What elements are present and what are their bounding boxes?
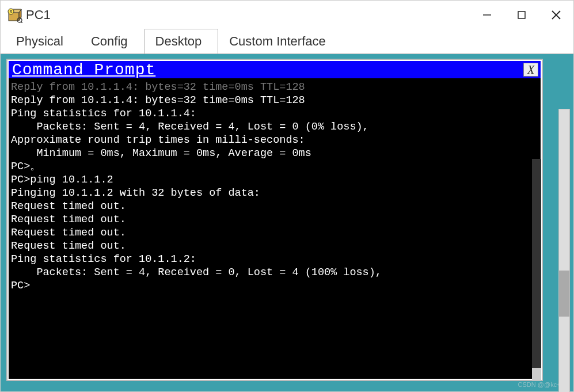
terminal-scroll-thumb[interactable] <box>532 368 541 380</box>
terminal-line: Packets: Sent = 4, Received = 4, Lost = … <box>11 120 538 134</box>
terminal-line: Request timed out. <box>11 200 538 213</box>
close-button[interactable] <box>539 1 573 29</box>
terminal-line: Ping statistics for 10.1.1.4: <box>11 107 538 120</box>
close-icon <box>551 10 561 20</box>
terminal-line: PC>ping 10.1.1.2 <box>11 173 538 187</box>
command-prompt-window: Command Prompt X Reply from 10.1.1.4: by… <box>6 59 543 381</box>
tab-strip: Physical Config Desktop Custom Interface <box>1 29 573 54</box>
terminal-line: PC>。 <box>11 160 538 173</box>
minimize-icon <box>482 10 492 20</box>
app-icon: S <box>6 7 22 23</box>
window-title: PC1 <box>26 7 470 22</box>
terminal-line: Request timed out. <box>11 213 538 226</box>
svg-rect-8 <box>518 12 525 18</box>
terminal-line: Minimum = 0ms, Maximum = 0ms, Average = … <box>11 147 538 160</box>
desktop-content: Command Prompt X Reply from 10.1.1.4: by… <box>1 54 573 391</box>
command-prompt-close-button[interactable]: X <box>523 63 538 77</box>
terminal-line: Request timed out. <box>11 226 538 239</box>
terminal-line: Ping statistics for 10.1.1.2: <box>11 253 538 266</box>
tab-config[interactable]: Config <box>80 29 145 54</box>
minimize-button[interactable] <box>470 1 504 29</box>
content-scroll-thumb[interactable] <box>559 271 569 317</box>
command-prompt-titlebar: Command Prompt X <box>9 61 541 78</box>
maximize-icon <box>517 10 526 20</box>
svg-text:S: S <box>10 10 13 14</box>
terminal-line: Reply from 10.1.1.4: bytes=32 time=0ms T… <box>11 81 538 94</box>
terminal[interactable]: Reply from 10.1.1.4: bytes=32 time=0ms T… <box>9 78 541 379</box>
window-controls <box>470 1 573 29</box>
terminal-line: Pinging 10.1.1.2 with 32 bytes of data: <box>11 187 538 200</box>
tab-custom-interface[interactable]: Custom Interface <box>218 29 343 54</box>
window-titlebar: S PC1 <box>1 1 573 29</box>
terminal-line: Approximate round trip times in milli-se… <box>11 134 538 147</box>
content-scrollbar[interactable] <box>558 109 570 392</box>
tab-desktop[interactable]: Desktop <box>145 29 219 54</box>
terminal-scrollbar[interactable] <box>532 159 541 380</box>
command-prompt-title: Command Prompt <box>12 61 523 79</box>
watermark: CSDN @@kc++ <box>518 381 564 388</box>
app-window: S PC1 Physical Config Desktop Custom Int… <box>0 0 574 392</box>
terminal-line: Packets: Sent = 4, Received = 0, Lost = … <box>11 266 538 279</box>
terminal-line: PC> <box>11 279 538 292</box>
maximize-button[interactable] <box>504 1 539 29</box>
terminal-output: Reply from 10.1.1.4: bytes=32 time=0ms T… <box>9 78 541 379</box>
tab-physical[interactable]: Physical <box>5 29 80 54</box>
terminal-line: Reply from 10.1.1.4: bytes=32 time=0ms T… <box>11 94 538 107</box>
terminal-line: Request timed out. <box>11 239 538 253</box>
svg-line-6 <box>21 21 22 23</box>
